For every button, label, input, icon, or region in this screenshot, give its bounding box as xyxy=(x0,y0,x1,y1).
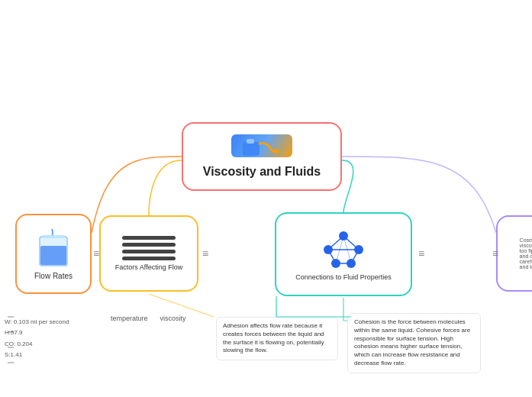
flow-co: CO: 0.204 xyxy=(5,339,69,350)
network-icon xyxy=(317,228,370,270)
connections-label: Connections to Fluid Properties xyxy=(292,273,395,281)
factors-label: Factors Affecting Flow xyxy=(112,263,185,271)
eq-sign-2: ≡ xyxy=(202,247,208,260)
flow-s: S:1.41 xyxy=(5,350,69,360)
svg-point-24 xyxy=(331,259,340,268)
svg-point-22 xyxy=(324,245,333,254)
eq-sign-3: ≡ xyxy=(418,247,424,260)
svg-line-1 xyxy=(149,294,214,317)
svg-rect-8 xyxy=(247,139,254,144)
flow-rates-node[interactable]: Flow Rates xyxy=(15,214,92,294)
eq-sign-1: ≡ xyxy=(93,247,99,260)
flow-h: H:57.9 xyxy=(5,328,69,338)
flow-w: W: 0.103 ml per second xyxy=(5,317,69,328)
svg-point-9 xyxy=(273,149,279,153)
flow-rates-label: Flow Rates xyxy=(31,272,76,280)
right-node[interactable]: Cosme...viscosi...too flp...and ov...car… xyxy=(496,215,532,292)
cohesion-text: Cohesion is the force between molecules … xyxy=(347,313,481,373)
eq-sign-4: ≡ xyxy=(492,247,498,260)
lines-icon xyxy=(122,236,176,260)
svg-point-21 xyxy=(339,231,348,240)
main-node[interactable]: Viscosity and Fluids xyxy=(182,122,342,191)
svg-rect-11 xyxy=(40,246,66,265)
main-node-title: Viscosity and Fluids xyxy=(203,165,321,179)
viscosity-label: viscosity xyxy=(160,315,186,322)
factors-node[interactable]: Factors Affecting Flow xyxy=(99,215,198,292)
svg-rect-12 xyxy=(43,235,64,238)
pouring-icon xyxy=(243,136,281,156)
temperature-label: temperature xyxy=(111,315,148,322)
mind-map-canvas: Viscosity and Fluids Flow Rates Factor xyxy=(0,0,532,397)
svg-point-25 xyxy=(347,259,356,268)
factors-sublabels: temperature viscosity xyxy=(111,315,186,322)
liquid-icon xyxy=(34,228,73,270)
flow-data-list: W: 0.103 ml per second H:57.9 CO: 0.204 … xyxy=(5,317,69,361)
svg-rect-7 xyxy=(243,142,260,156)
right-node-text: Cosme...viscosi...too flp...and ov...car… xyxy=(517,234,532,273)
svg-point-23 xyxy=(354,245,363,254)
adhesion-text: Adhesion affects flow rate because it cr… xyxy=(216,317,338,360)
connections-node[interactable]: Connections to Fluid Properties xyxy=(275,212,412,296)
